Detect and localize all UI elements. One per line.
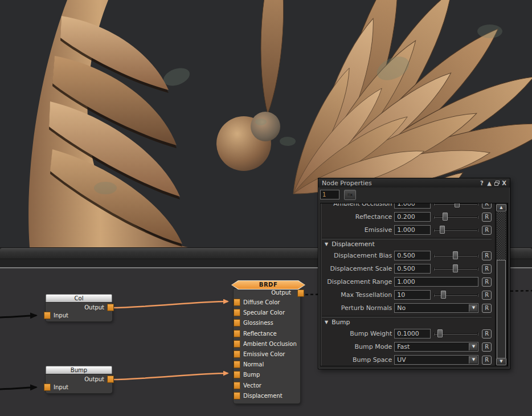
scrollbar-track[interactable]	[497, 212, 506, 357]
dropdown-button[interactable]: ▼	[469, 304, 477, 312]
emissive-reset-button[interactable]: R	[482, 226, 492, 235]
slider-thumb[interactable]	[453, 264, 458, 272]
brdf-input-label: Specular Color	[243, 309, 285, 316]
bump-mode-reset-button[interactable]: R	[482, 342, 492, 352]
perturb-normals-dropdown[interactable]: No▼	[394, 303, 478, 313]
chevron-down-icon: ▼	[469, 304, 477, 312]
dropdown-value: UV	[397, 356, 406, 364]
node-col-title[interactable]: Col	[46, 294, 112, 303]
node-col[interactable]: Col Output Input	[46, 294, 112, 321]
scrollbar-thumb[interactable]	[497, 260, 506, 359]
brdf-input-ambient-occlusion[interactable]: Ambient Occlusion	[234, 339, 300, 349]
brdf-input-displacement[interactable]: Displacement	[234, 391, 300, 401]
reflectance-field[interactable]: 0.200	[394, 212, 431, 222]
reflectance-slider[interactable]	[433, 212, 478, 222]
restore-button[interactable]	[493, 180, 500, 187]
displacement-range-field[interactable]: 1.000	[394, 277, 478, 287]
scroll-up-button[interactable]: ▲	[496, 204, 506, 211]
brdf-reflectance-port[interactable]	[234, 330, 240, 337]
scroll-down-button[interactable]: ▼	[496, 358, 506, 365]
section-bump[interactable]: ▼Bump	[322, 317, 492, 327]
brdf-normal-port[interactable]	[234, 361, 240, 368]
brdf-input-reflectance[interactable]: Reflectance	[234, 329, 300, 339]
panel-scrollbar[interactable]: ▲ ▼	[495, 203, 508, 366]
node-brdf[interactable]: Output Diffuse ColorSpecular ColorGlossi…	[234, 289, 300, 403]
dropdown-button[interactable]: ▼	[469, 356, 477, 364]
brdf-specular-color-port[interactable]	[234, 309, 240, 316]
section-displacement[interactable]: ▼Displacement	[322, 239, 492, 249]
slider-thumb[interactable]	[437, 329, 443, 337]
collapse-button[interactable]: ▲	[486, 180, 493, 187]
brdf-input-bump[interactable]: Bump	[234, 370, 300, 380]
control-row-bump-weight: Bump Weight0.1000R	[322, 327, 492, 340]
node-brdf-header[interactable]: BRDF	[231, 280, 305, 289]
ambient-occlusion-slider[interactable]	[433, 203, 478, 209]
help-icon: ?	[478, 180, 485, 187]
bump-weight-field[interactable]: 0.1000	[394, 329, 431, 338]
max-tessellation-field[interactable]: 10	[394, 290, 431, 300]
displacement-scale-slider[interactable]	[433, 264, 478, 274]
displacement-bias-slider[interactable]	[433, 251, 478, 260]
dropdown-button[interactable]: ▼	[469, 343, 477, 350]
brdf-input-vector[interactable]: Vector	[234, 381, 300, 391]
section-label: Bump	[332, 319, 350, 326]
bump-output-port[interactable]	[107, 376, 114, 383]
control-row-displacement-bias: Displacement Bias0.500R	[322, 249, 492, 262]
bump-input-port[interactable]	[44, 384, 51, 391]
slider-thumb[interactable]	[453, 251, 458, 259]
ambient-occlusion-reset-button[interactable]: R	[482, 203, 492, 209]
brdf-ambient-occlusion-port[interactable]	[234, 340, 240, 348]
close-button[interactable]: X	[501, 180, 508, 187]
index-input[interactable]	[320, 190, 339, 199]
col-input-port[interactable]	[44, 312, 51, 319]
displacement-bias-field[interactable]: 0.500	[394, 251, 431, 260]
displacement-bias-reset-button[interactable]: R	[482, 251, 492, 260]
brdf-input-normal[interactable]: Normal	[234, 360, 300, 370]
emissive-field[interactable]: 1.000	[394, 225, 431, 235]
brdf-output-port[interactable]	[297, 289, 304, 297]
index-tool-button[interactable]: ≡x	[344, 190, 356, 200]
application-window: Col Output Input Bump Output Input	[0, 0, 532, 416]
emissive-slider[interactable]	[433, 225, 478, 235]
brdf-emissive-color-port[interactable]	[234, 350, 240, 358]
brdf-glossiness-port[interactable]	[234, 319, 240, 327]
max-tessellation-reset-button[interactable]: R	[482, 291, 492, 300]
bump-mode-dropdown[interactable]: Fast▼	[394, 342, 478, 352]
brdf-input-emissive-color[interactable]: Emissive Color	[234, 349, 300, 360]
help-button[interactable]: ?	[478, 180, 485, 187]
slider-thumb[interactable]	[441, 291, 446, 299]
panel-titlebar[interactable]: Node Properties ?▲X	[318, 178, 510, 187]
slider-thumb[interactable]	[440, 226, 445, 234]
node-bump-title[interactable]: Bump	[46, 366, 112, 374]
displacement-scale-reset-button[interactable]: R	[482, 264, 492, 274]
brdf-input-label: Bump	[243, 372, 260, 378]
perturb-normals-reset-button[interactable]: R	[482, 304, 492, 313]
bump-weight-slider[interactable]	[433, 329, 478, 338]
brdf-input-specular-color[interactable]: Specular Color	[234, 308, 300, 318]
slider-thumb[interactable]	[443, 213, 448, 221]
ambient-occlusion-field[interactable]: 1.000	[394, 203, 431, 209]
displacement-range-reset-button[interactable]: R	[482, 278, 492, 287]
panel-title: Node Properties	[322, 180, 478, 187]
bump-space-reset-button[interactable]: R	[482, 356, 492, 365]
node-properties-panel[interactable]: Node Properties ?▲X ≡x Ambient Occlusion…	[318, 178, 510, 369]
brdf-output-label: Output	[271, 289, 291, 296]
bump-weight-reset-button[interactable]: R	[482, 329, 492, 338]
displacement-scale-field[interactable]: 0.500	[394, 264, 431, 274]
dropdown-value: No	[397, 304, 406, 312]
col-output-port[interactable]	[107, 304, 114, 311]
node-bump[interactable]: Bump Output Input	[46, 366, 112, 393]
collapse-triangle-icon: ▼	[325, 320, 328, 325]
bump-space-dropdown[interactable]: UV▼	[394, 355, 478, 365]
triangle-down-icon: ▼	[497, 358, 506, 365]
brdf-input-glossiness[interactable]: Glossiness	[234, 318, 300, 328]
slider-thumb[interactable]	[455, 203, 460, 207]
ambient-occlusion-label: Ambient Occlusion	[322, 203, 394, 207]
reflectance-reset-button[interactable]: R	[482, 213, 492, 222]
max-tessellation-slider[interactable]	[433, 290, 478, 300]
brdf-vector-port[interactable]	[234, 382, 240, 389]
brdf-diffuse-color-port[interactable]	[234, 299, 240, 306]
brdf-input-diffuse-color[interactable]: Diffuse Color	[234, 297, 300, 308]
brdf-bump-port[interactable]	[234, 371, 240, 378]
brdf-displacement-port[interactable]	[234, 392, 240, 399]
